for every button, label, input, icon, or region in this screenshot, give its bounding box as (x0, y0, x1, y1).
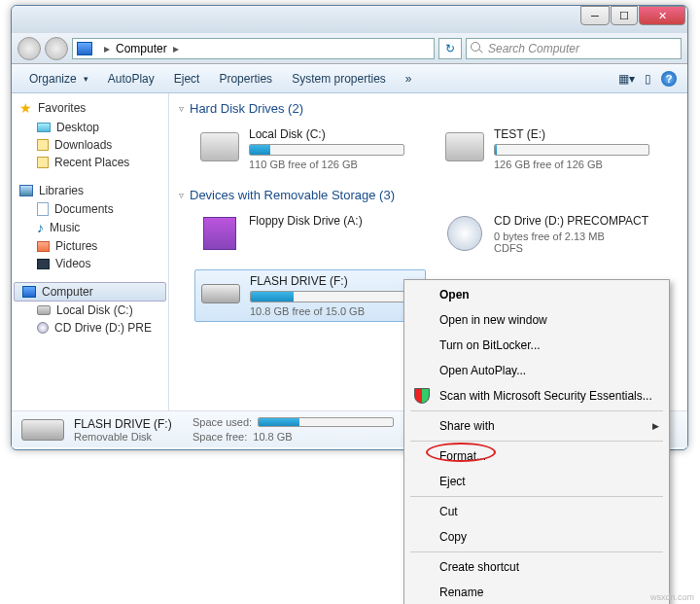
sidebar-item-documents[interactable]: Documents (12, 200, 168, 218)
libraries-icon (19, 185, 33, 196)
hdd-icon (443, 127, 486, 166)
menu-item-create-shortcut[interactable]: Create shortcut (406, 554, 667, 580)
menu-item-label: Share with (439, 419, 495, 433)
menu-item-turn-on-bitlocker[interactable]: Turn on BitLocker... (406, 333, 667, 358)
menu-item-scan-with-microsoft-security-essentials[interactable]: Scan with Microsoft Security Essentials.… (406, 383, 667, 409)
details-icon (21, 419, 64, 441)
section-title: Hard Disk Drives (2) (190, 101, 303, 116)
menu-item-copy[interactable]: Copy (406, 524, 667, 550)
hdd-icon (198, 127, 241, 166)
cd-icon (37, 322, 49, 334)
menu-item-label: Copy (439, 530, 467, 544)
menu-item-label: Scan with Microsoft Security Essentials.… (439, 389, 652, 403)
menu-item-label: Turn on BitLocker... (439, 338, 541, 352)
menu-item-format[interactable]: Format... (406, 444, 667, 469)
menu-separator (410, 496, 663, 497)
free-value: 10.8 GB (253, 431, 292, 443)
sidebar-item-videos[interactable]: Videos (12, 255, 168, 272)
desktop-icon (37, 123, 51, 132)
menu-separator (410, 551, 663, 552)
usage-bar (249, 144, 404, 156)
menu-item-open-autoplay[interactable]: Open AutoPlay... (406, 358, 667, 383)
help-button[interactable]: ? (658, 68, 680, 89)
back-button[interactable] (18, 37, 41, 60)
menu-item-open-in-new-window[interactable]: Open in new window (406, 307, 667, 333)
crumb-arrow-icon[interactable]: ▸ (98, 42, 116, 55)
toolbar: Organize AutoPlay Eject Properties Syste… (12, 64, 687, 93)
drive-label: Floppy Disk Drive (A:) (249, 214, 422, 228)
drive-free: 10.8 GB free of 15.0 GB (250, 305, 421, 317)
section-removable[interactable]: ▿Devices with Removable Storage (3) (179, 188, 678, 202)
refresh-button[interactable]: ↻ (438, 38, 462, 59)
star-icon: ★ (19, 100, 32, 116)
sidebar-item-downloads[interactable]: Downloads (12, 136, 168, 154)
downloads-icon (37, 139, 49, 151)
sidebar-item-pictures[interactable]: Pictures (12, 237, 168, 255)
sidebar-item-desktop[interactable]: Desktop (12, 119, 168, 136)
minimize-button[interactable]: ─ (580, 6, 610, 25)
menu-item-cut[interactable]: Cut (406, 499, 667, 524)
sidebar-item-cddrive[interactable]: CD Drive (D:) PRE (12, 319, 168, 337)
sidebar-computer[interactable]: Computer (14, 282, 166, 302)
system-properties-button[interactable]: System properties (282, 68, 396, 89)
menu-item-rename[interactable]: Rename (406, 580, 667, 604)
sidebar-item-label: Downloads (54, 138, 112, 152)
sidebar-item-label: Videos (55, 257, 90, 270)
close-button[interactable]: ✕ (639, 6, 685, 25)
autoplay-button[interactable]: AutoPlay (98, 68, 164, 89)
section-hdd[interactable]: ▿Hard Disk Drives (2) (179, 101, 678, 116)
drive-free: 126 GB free of 126 GB (494, 159, 667, 170)
breadcrumb-location[interactable]: Computer (116, 42, 167, 55)
titlebar[interactable]: ─ ☐ ✕ (12, 6, 687, 33)
context-menu: OpenOpen in new windowTurn on BitLocker.… (403, 279, 670, 604)
sidebar-favorites[interactable]: ★Favorites (12, 97, 168, 119)
sidebar-item-label: Local Disk (C:) (56, 303, 133, 317)
drive-label: Local Disk (C:) (249, 127, 422, 141)
drive-item[interactable]: Local Disk (C:) 110 GB free of 126 GB (194, 124, 426, 174)
crumb-arrow-icon[interactable]: ▸ (167, 42, 185, 55)
menu-item-share-with[interactable]: Share with▶ (406, 413, 667, 439)
sidebar-item-music[interactable]: ♪Music (12, 218, 168, 237)
drive-item[interactable]: TEST (E:) 126 GB free of 126 GB (439, 124, 671, 174)
usage-bar (494, 144, 649, 156)
menu-separator (410, 441, 663, 442)
address-row: ▸ Computer ▸ ↻ Search Computer (12, 33, 687, 64)
properties-button[interactable]: Properties (209, 68, 282, 89)
maximize-button[interactable]: ☐ (611, 6, 638, 25)
search-icon (471, 42, 484, 55)
drive-item[interactable]: Floppy Disk Drive (A:) (194, 210, 426, 258)
search-input[interactable]: Search Computer (466, 38, 682, 59)
menu-item-eject[interactable]: Eject (406, 469, 667, 494)
floppy-icon (198, 214, 241, 253)
preview-pane-button[interactable]: ▯ (637, 68, 658, 89)
drive-item[interactable]: FLASH DRIVE (F:) 10.8 GB free of 15.0 GB (194, 269, 426, 322)
recent-icon (37, 157, 49, 168)
videos-icon (37, 259, 50, 269)
drive-free: 110 GB free of 126 GB (249, 159, 422, 170)
free-label: Space free: (192, 431, 247, 443)
sidebar-item-localdisk[interactable]: Local Disk (C:) (12, 302, 168, 319)
eject-button[interactable]: Eject (164, 68, 210, 89)
drive-free: 0 bytes free of 2.13 MB (494, 231, 667, 242)
menu-item-label: Cut (439, 505, 458, 518)
drive-item[interactable]: CD Drive (D:) PRECOMPACT 0 bytes free of… (439, 210, 671, 258)
forward-button[interactable] (45, 37, 68, 60)
menu-item-open[interactable]: Open (406, 282, 667, 307)
drive-icon (37, 305, 51, 315)
sidebar-item-recent[interactable]: Recent Places (12, 154, 168, 171)
view-button[interactable]: ▦▾ (615, 68, 637, 89)
sidebar-favorites-label: Favorites (38, 101, 86, 115)
sidebar-libraries[interactable]: Libraries (12, 181, 168, 200)
organize-button[interactable]: Organize (19, 68, 98, 89)
sidebar-item-label: Music (50, 221, 80, 234)
address-bar[interactable]: ▸ Computer ▸ (72, 38, 435, 59)
disclosure-icon: ▿ (179, 103, 184, 114)
drive-label: FLASH DRIVE (F:) (250, 274, 421, 288)
details-type: Removable Disk (74, 431, 183, 443)
overflow-button[interactable]: » (396, 68, 422, 89)
sidebar-item-label: Recent Places (54, 156, 129, 169)
pictures-icon (37, 241, 50, 252)
sidebar-item-label: CD Drive (D:) PRE (54, 321, 152, 335)
menu-item-label: Open AutoPlay... (439, 364, 526, 377)
sidebar-libraries-label: Libraries (39, 184, 84, 197)
